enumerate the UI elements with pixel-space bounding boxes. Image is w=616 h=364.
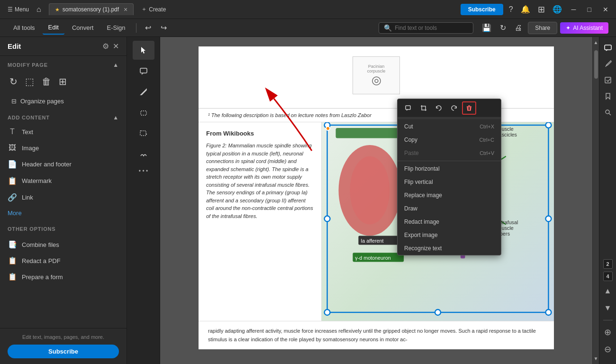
add-image-item[interactable]: 🖼 Image xyxy=(0,140,127,156)
add-content-label: ADD CONTENT xyxy=(8,115,50,120)
all-tools-nav[interactable]: All tools xyxy=(8,21,41,34)
right-comments-icon[interactable] xyxy=(601,41,615,55)
panel-close-icon[interactable]: ✕ xyxy=(113,42,119,51)
ctx-recognize-text[interactable]: Recognize text xyxy=(398,242,501,255)
ctx-cut[interactable]: Cut Ctrl+X xyxy=(398,120,501,133)
esign-nav[interactable]: E-Sign xyxy=(101,21,131,34)
prepare-form-item[interactable]: 📋 Prepare a form xyxy=(0,269,127,285)
panel-footer-text: Edit text, images, pages, and more. xyxy=(8,334,119,340)
tab-close-icon[interactable]: × xyxy=(124,6,127,13)
ai-assistant-button[interactable]: ✦ AI Assistant xyxy=(560,22,608,34)
close-window-button[interactable]: ✕ xyxy=(599,3,612,16)
right-bookmark-icon[interactable] xyxy=(601,89,615,103)
scrollbar-track[interactable] xyxy=(593,48,599,353)
save-icon[interactable]: 💾 xyxy=(479,21,494,34)
pen-tool[interactable] xyxy=(133,82,154,101)
panel-settings-icon[interactable]: ⚙ xyxy=(102,42,109,51)
maximize-button[interactable]: □ xyxy=(584,3,595,16)
redo-button[interactable]: ↪ xyxy=(157,21,171,34)
image-label: Image xyxy=(22,145,39,152)
zoom-in-icon[interactable]: ⊕ xyxy=(601,325,615,339)
combine-files-item[interactable]: 📑 Combine files xyxy=(0,237,127,253)
svg-rect-1 xyxy=(141,111,146,115)
subscribe-button-panel[interactable]: Subscribe xyxy=(8,345,119,358)
cursor-tool[interactable] xyxy=(133,41,154,60)
more-link[interactable]: More xyxy=(0,206,127,220)
ctx-flip-v[interactable]: Flip vertical xyxy=(398,175,501,189)
add-content-collapse-icon[interactable]: ▲ xyxy=(113,114,119,121)
right-annotation-icon[interactable] xyxy=(601,73,615,87)
nav-bar: All tools Edit Convert E-Sign ↩ ↪ 🔍 💾 ↻ … xyxy=(0,19,616,37)
page-number-4: 4 xyxy=(603,272,613,281)
comment-tool[interactable] xyxy=(133,62,154,81)
ctx-redo-btn[interactable] xyxy=(447,101,461,115)
refresh-icon[interactable]: ↻ xyxy=(497,21,509,34)
shape-tool[interactable] xyxy=(133,103,154,122)
scroll-down-right[interactable]: ▼ xyxy=(601,301,615,315)
active-tab[interactable]: ★ somatosensory (1).pdf × xyxy=(49,3,134,15)
annotate-tool-btn[interactable] xyxy=(401,101,416,115)
right-search-icon[interactable] xyxy=(601,105,615,119)
globe-icon[interactable]: 🌐 xyxy=(551,3,564,16)
link-label: Link xyxy=(22,194,33,201)
new-tab-button[interactable]: ＋ Create xyxy=(136,3,171,15)
notification-icon[interactable]: 🔔 xyxy=(519,3,532,16)
text-add-tool[interactable] xyxy=(133,124,154,143)
more-tools-icon[interactable]: • • • xyxy=(139,168,148,174)
home-button[interactable]: ⌂ xyxy=(33,3,45,16)
scroll-up-right[interactable]: ▲ xyxy=(601,284,615,298)
modify-page-section: MODIFY PAGE ▲ xyxy=(0,56,127,71)
svg-point-26 xyxy=(545,122,551,128)
redact-pdf-item[interactable]: 📋 Redact a PDF xyxy=(0,253,127,269)
signature-tool[interactable] xyxy=(133,145,154,164)
nav-divider xyxy=(136,23,136,33)
section-collapse-icon[interactable]: ▲ xyxy=(113,62,119,68)
search-input[interactable] xyxy=(395,25,466,31)
ctx-export-image[interactable]: Export image xyxy=(398,228,501,242)
rotate-icon[interactable]: ↻ xyxy=(8,74,19,89)
ctx-replace-image[interactable]: Replace image xyxy=(398,189,501,202)
ctx-draw[interactable]: Draw xyxy=(398,202,501,215)
pdf-scrollbar[interactable]: ▲ ▼ xyxy=(592,37,599,364)
apps-icon[interactable]: ⊞ xyxy=(536,2,547,17)
svg-rect-2 xyxy=(140,131,146,136)
body-text: rapidly adapting afferent activity, musc… xyxy=(208,327,544,344)
crop-tool-btn[interactable] xyxy=(417,101,431,115)
convert-nav[interactable]: Convert xyxy=(66,21,100,34)
add-header-footer-item[interactable]: 📄 Header and footer xyxy=(0,156,127,173)
extract-icon[interactable]: ⬚ xyxy=(23,74,36,89)
minimize-button[interactable]: ─ xyxy=(568,3,580,16)
ai-label: AI Assistant xyxy=(573,25,603,31)
print-icon[interactable]: 🖨 xyxy=(512,22,525,34)
share-button[interactable]: Share xyxy=(528,22,557,34)
add-text-item[interactable]: T Text xyxy=(0,124,127,140)
add-link-item[interactable]: 🔗 Link xyxy=(0,189,127,206)
undo-button[interactable]: ↩ xyxy=(141,21,155,34)
edit-nav[interactable]: Edit xyxy=(43,21,64,35)
ctx-delete-btn[interactable] xyxy=(462,101,476,115)
split-icon[interactable]: ⊞ xyxy=(57,74,69,89)
right-edit-icon[interactable] xyxy=(601,57,615,71)
ai-icon: ✦ xyxy=(566,25,571,31)
menu-label: Menu xyxy=(15,6,29,13)
menu-button[interactable]: ☰ Menu xyxy=(4,4,33,15)
organize-pages-button[interactable]: ⊟ Organize pages xyxy=(4,94,123,109)
combine-icon: 📑 xyxy=(8,240,17,249)
search-area: 🔍 xyxy=(379,22,473,34)
ctx-paste: Paste Ctrl+V xyxy=(398,146,501,160)
add-watermark-item[interactable]: 📋 Watermark xyxy=(0,173,127,189)
form-label: Prepare a form xyxy=(22,273,63,281)
ctx-flip-h[interactable]: Flip horizontal xyxy=(398,162,501,175)
combine-label: Combine files xyxy=(22,241,59,248)
plus-icon: ＋ xyxy=(141,5,147,13)
ctx-copy[interactable]: Copy Ctrl+C xyxy=(398,133,501,146)
zoom-out-icon[interactable]: ⊖ xyxy=(601,342,615,356)
pdf-viewer[interactable]: Pacinian corpuscle ◎ ¹ The following des… xyxy=(160,37,592,364)
scrollbar-thumb[interactable] xyxy=(594,50,598,79)
ctx-redact-image[interactable]: Redact image xyxy=(398,215,501,228)
subscribe-button-top[interactable]: Subscribe xyxy=(461,4,503,15)
help-icon[interactable]: ? xyxy=(507,3,515,16)
watermark-label: Watermark xyxy=(22,177,52,184)
ctx-undo-btn[interactable] xyxy=(432,101,446,115)
delete-page-icon[interactable]: 🗑 xyxy=(40,74,53,89)
